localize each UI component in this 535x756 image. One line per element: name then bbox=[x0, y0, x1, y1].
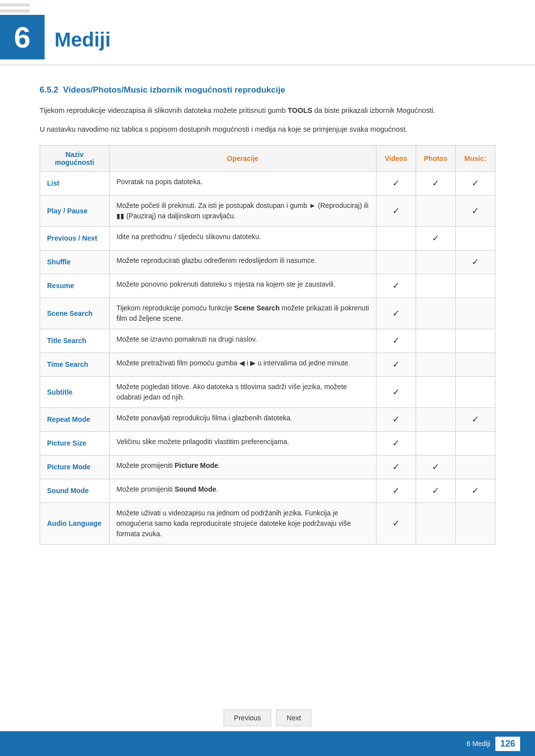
cell-photos bbox=[416, 408, 456, 432]
section-title: 6.5.2 Videos/Photos/Music izbornik moguć… bbox=[40, 85, 495, 95]
cell-photos bbox=[416, 196, 456, 227]
cell-videos bbox=[376, 227, 416, 251]
content-area: 6.5.2 Videos/Photos/Music izbornik moguć… bbox=[0, 65, 535, 584]
table-row: Title SearchMožete se izravno pomaknuti … bbox=[40, 329, 495, 353]
table-row: Sound ModeMožete promijeniti Sound Mode.… bbox=[40, 479, 495, 503]
cell-naziv: Picture Mode bbox=[40, 455, 109, 479]
table-row: Previous / NextIdite na prethodnu / slje… bbox=[40, 227, 495, 251]
cell-music bbox=[456, 298, 495, 329]
intro-paragraph-1: Tijekom reprodukcije videozapisa ili sli… bbox=[40, 105, 495, 116]
table-row: Audio LanguageMožete uživati u videozapi… bbox=[40, 503, 495, 545]
cell-videos: ✓ bbox=[376, 196, 416, 227]
cell-operacije: Možete reproducirati glazbu određenim re… bbox=[109, 251, 376, 274]
cell-operacije: Možete pretraživati film pomoću gumba ◀ … bbox=[109, 353, 376, 377]
cell-operacije: Možete početi ili prekinuti. Za isti je … bbox=[109, 196, 376, 227]
next-button[interactable]: Next bbox=[276, 709, 312, 726]
cell-naziv: Title Search bbox=[40, 329, 109, 353]
table-row: Picture SizeVeličinu slike možete prilag… bbox=[40, 432, 495, 455]
nav-buttons: Previous Next bbox=[223, 709, 311, 726]
cell-photos bbox=[416, 251, 456, 274]
cell-naziv: Shuffle bbox=[40, 251, 109, 274]
cell-operacije: Idite na prethodnu / sljedeću slikovnu d… bbox=[109, 227, 376, 251]
footer-chapter-label: 6 Mediji bbox=[467, 740, 490, 748]
cell-music bbox=[456, 227, 495, 251]
cell-naziv: Repeat Mode bbox=[40, 408, 109, 432]
cell-videos: ✓ bbox=[376, 377, 416, 408]
table-row: Picture ModeMožete promijeniti Picture M… bbox=[40, 455, 495, 479]
cell-photos: ✓ bbox=[416, 455, 456, 479]
cell-music bbox=[456, 274, 495, 298]
cell-naziv: Picture Size bbox=[40, 432, 109, 455]
cell-photos: ✓ bbox=[416, 172, 456, 196]
cell-music bbox=[456, 455, 495, 479]
cell-operacije: Tijekom reprodukcije pomoću funkcije Sce… bbox=[109, 298, 376, 329]
cell-music: ✓ bbox=[456, 196, 495, 227]
cell-operacije: Možete promijeniti Sound Mode. bbox=[109, 479, 376, 503]
table-row: ListPovratak na popis datoteka.✓✓✓ bbox=[40, 172, 495, 196]
page-number: 126 bbox=[495, 737, 520, 751]
table-row: SubtitleMožete pogledati titlove. Ako da… bbox=[40, 377, 495, 408]
table-row: Scene SearchTijekom reprodukcije pomoću … bbox=[40, 298, 495, 329]
cell-naziv: Resume bbox=[40, 274, 109, 298]
cell-naziv: Sound Mode bbox=[40, 479, 109, 503]
cell-naziv: Previous / Next bbox=[40, 227, 109, 251]
features-table: Naziv mogućnosti Operacije Videos Photos… bbox=[40, 145, 495, 545]
cell-naziv: Subtitle bbox=[40, 377, 109, 408]
header-videos: Videos bbox=[376, 146, 416, 172]
table-row: Repeat ModeMožete ponavljati reprodukcij… bbox=[40, 408, 495, 432]
cell-naziv: Audio Language bbox=[40, 503, 109, 545]
cell-operacije: Veličinu slike možete prilagoditi vlasti… bbox=[109, 432, 376, 455]
cell-videos: ✓ bbox=[376, 408, 416, 432]
cell-music: ✓ bbox=[456, 251, 495, 274]
header-music: Music: bbox=[456, 146, 495, 172]
table-row: ResumeMožete ponovno pokrenuti datoteku … bbox=[40, 274, 495, 298]
cell-videos: ✓ bbox=[376, 353, 416, 377]
cell-naziv: List bbox=[40, 172, 109, 196]
table-row: ShuffleMožete reproducirati glazbu određ… bbox=[40, 251, 495, 274]
cell-operacije: Možete uživati u videozapisu na jednom o… bbox=[109, 503, 376, 545]
cell-music: ✓ bbox=[456, 172, 495, 196]
cell-videos: ✓ bbox=[376, 298, 416, 329]
cell-photos: ✓ bbox=[416, 479, 456, 503]
cell-music: ✓ bbox=[456, 408, 495, 432]
cell-videos: ✓ bbox=[376, 172, 416, 196]
cell-photos bbox=[416, 298, 456, 329]
cell-naziv: Play / Pause bbox=[40, 196, 109, 227]
cell-naziv: Scene Search bbox=[40, 298, 109, 329]
chapter-title: Mediji bbox=[54, 24, 110, 51]
cell-videos: ✓ bbox=[376, 329, 416, 353]
cell-naziv: Time Search bbox=[40, 353, 109, 377]
cell-operacije: Možete ponavljati reprodukciju filma i g… bbox=[109, 408, 376, 432]
header-naziv: Naziv mogućnosti bbox=[40, 146, 109, 172]
cell-music: ✓ bbox=[456, 479, 495, 503]
header-operacije: Operacije bbox=[109, 146, 376, 172]
chapter-number-box: 6 bbox=[0, 15, 45, 59]
intro-paragraph-2: U nastavku navodimo niz tablica s popiso… bbox=[40, 124, 495, 135]
table-row: Play / PauseMožete početi ili prekinuti.… bbox=[40, 196, 495, 227]
cell-music bbox=[456, 432, 495, 455]
cell-videos: ✓ bbox=[376, 479, 416, 503]
cell-music bbox=[456, 329, 495, 353]
previous-button[interactable]: Previous bbox=[223, 709, 271, 726]
cell-photos bbox=[416, 329, 456, 353]
cell-videos: ✓ bbox=[376, 455, 416, 479]
cell-music bbox=[456, 377, 495, 408]
cell-music bbox=[456, 503, 495, 545]
cell-operacije: Možete promijeniti Picture Mode. bbox=[109, 455, 376, 479]
cell-operacije: Možete se izravno pomaknuti na drugi nas… bbox=[109, 329, 376, 353]
cell-videos: ✓ bbox=[376, 503, 416, 545]
table-row: Time SearchMožete pretraživati film pomo… bbox=[40, 353, 495, 377]
cell-photos bbox=[416, 353, 456, 377]
cell-videos bbox=[376, 251, 416, 274]
chapter-header: 6 Mediji bbox=[0, 0, 535, 65]
cell-videos: ✓ bbox=[376, 432, 416, 455]
cell-operacije: Možete ponovno pokrenuti datoteku s mjes… bbox=[109, 274, 376, 298]
cell-photos bbox=[416, 503, 456, 545]
cell-music bbox=[456, 353, 495, 377]
cell-photos bbox=[416, 377, 456, 408]
header-photos: Photos bbox=[416, 146, 456, 172]
cell-videos: ✓ bbox=[376, 274, 416, 298]
cell-photos bbox=[416, 274, 456, 298]
cell-operacije: Možete pogledati titlove. Ako datoteka s… bbox=[109, 377, 376, 408]
cell-photos bbox=[416, 432, 456, 455]
